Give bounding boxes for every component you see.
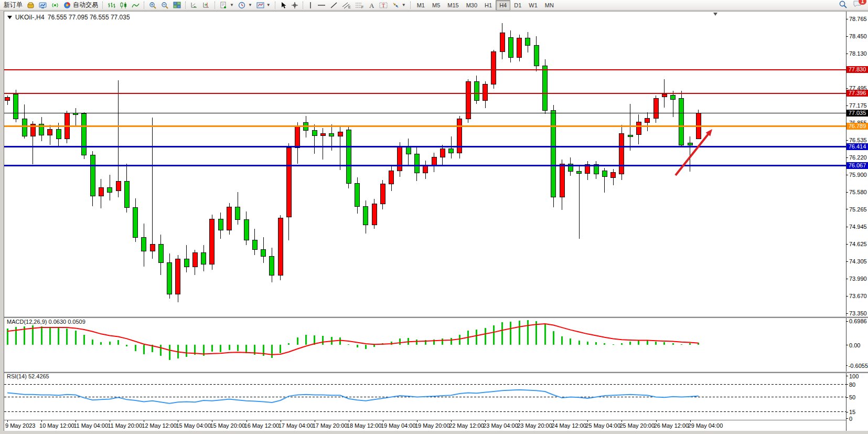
clock-icon <box>238 2 246 9</box>
fibonacci-button[interactable]: F <box>353 1 366 10</box>
macd-canvas[interactable] <box>4 318 846 371</box>
toolbar-separator <box>185 2 186 9</box>
axis-tick: 73.990 <box>846 276 868 282</box>
macd-label: MACD(12,26,9) 0.0630 0.0509 <box>7 319 85 325</box>
chat-button[interactable]: 1 <box>853 0 862 10</box>
time-axis-label: 11 May 04:00 <box>73 422 108 429</box>
svg-text:F: F <box>361 5 363 9</box>
zoom-in-button[interactable] <box>147 1 159 10</box>
time-axis-tick <box>519 420 520 422</box>
price-line-badge: 76.067 <box>846 162 868 169</box>
vertical-line-button[interactable] <box>306 1 315 10</box>
templates-button[interactable]: ▼ <box>254 1 273 10</box>
symbol-dropdown-icon[interactable] <box>7 16 12 19</box>
zoom-out-button[interactable] <box>159 1 171 10</box>
time-axis-label: 15 May 20:00 <box>210 422 245 429</box>
add-indicator-icon <box>220 2 228 9</box>
axis-tick: 15 <box>846 409 868 416</box>
tile-windows-button[interactable] <box>171 1 183 10</box>
time-axis-tick <box>656 420 657 422</box>
time-axis-tick <box>212 420 212 422</box>
timeframe-button-h4[interactable]: H4 <box>496 0 510 10</box>
text-icon: A <box>368 2 375 9</box>
equidistant-channel-icon: E <box>342 2 351 9</box>
time-axis-label: 23 May 04:00 <box>483 422 518 429</box>
toolbar-separator <box>275 2 276 9</box>
order-icon-button[interactable] <box>25 1 37 10</box>
bar-chart-button[interactable] <box>105 1 117 10</box>
autotrade-label: 自动交易 <box>73 1 98 9</box>
chat-badge: 1 <box>859 0 866 5</box>
timeframe-button-m5[interactable]: M5 <box>428 0 444 10</box>
time-axis-label: 11 May 20:00 <box>108 422 142 429</box>
market-watch-button[interactable] <box>37 1 49 10</box>
cursor-icon <box>280 2 287 9</box>
zoom-out-icon <box>161 2 169 9</box>
time-axis-tick <box>281 420 281 422</box>
search-icon[interactable] <box>839 0 848 10</box>
toolbar-right-group: 1 <box>839 0 866 10</box>
time-axis-tick <box>144 420 144 422</box>
arrows-tool-button[interactable]: ▼ <box>390 1 408 10</box>
time-axis-tick <box>690 420 691 422</box>
time-axis-label: 19 May 04:00 <box>381 422 416 429</box>
time-axis-tick <box>7 420 8 422</box>
auto-scroll-button[interactable] <box>188 1 200 10</box>
timeframe-button-mn[interactable]: MN <box>541 0 558 10</box>
periods-button[interactable]: ▼ <box>236 1 254 10</box>
time-axis-label: 26 May 12:00 <box>654 422 689 429</box>
time-axis-label: 25 May 20:00 <box>619 422 655 429</box>
time-axis-tick <box>417 420 417 422</box>
rsi-canvas[interactable] <box>4 373 846 420</box>
equidistant-channel-button[interactable]: E <box>340 1 353 10</box>
svg-text:A: A <box>369 2 374 9</box>
timeframe-button-w1[interactable]: W1 <box>525 0 541 10</box>
time-axis-label: 29 May 04:00 <box>688 422 723 429</box>
chart-shift-button[interactable] <box>200 1 212 10</box>
time-axis-label: 12 May 12:00 <box>142 422 177 429</box>
text-button[interactable]: A <box>366 1 377 10</box>
time-axis-label: 17 May 04:00 <box>278 422 314 429</box>
autotrade-button[interactable]: 自动交易 <box>61 1 100 10</box>
time-axis-tick <box>553 420 554 422</box>
chevron-down-icon: ▼ <box>266 3 271 7</box>
arrows-tool-icon <box>392 2 400 9</box>
main-chart-canvas[interactable] <box>4 12 846 316</box>
axis-tick: 74.305 <box>846 258 868 265</box>
price-line-badge: 77.035 <box>846 110 868 117</box>
templates-icon <box>256 2 264 9</box>
timeframe-button-m15[interactable]: M15 <box>444 0 462 10</box>
horizontal-line-icon <box>317 2 326 9</box>
svg-text:E: E <box>348 5 351 9</box>
trendline-button[interactable] <box>328 1 340 10</box>
pane-separator[interactable] <box>4 372 868 373</box>
time-axis-label: 9 May 2023 <box>5 422 35 429</box>
rsi-bottom-border <box>4 420 846 420</box>
price-line-badge: 76.414 <box>846 143 868 150</box>
time-axis[interactable]: 9 May 202310 May 12:0011 May 04:0011 May… <box>4 420 846 431</box>
axis-tick: 73.350 <box>846 310 868 317</box>
timeframe-button-h1[interactable]: H1 <box>481 0 496 10</box>
timeframe-button-d1[interactable]: D1 <box>510 0 525 10</box>
time-axis-tick <box>485 420 486 422</box>
timeframe-button-m30[interactable]: M30 <box>463 0 481 10</box>
horizontal-line-button[interactable] <box>315 1 328 10</box>
axis-tick: 74.945 <box>846 224 868 230</box>
candlestick-chart-button[interactable] <box>117 1 130 10</box>
line-chart-button[interactable] <box>130 1 142 10</box>
window-left-edge <box>0 11 4 434</box>
timeframe-button-m1[interactable]: M1 <box>413 0 428 10</box>
window-bottom-edge <box>0 431 868 434</box>
main-toolbar: 新订单 自动交易 ▼ ▼ ▼ E F A T ▼ M1M5M15M30H1H4D… <box>0 0 868 10</box>
time-axis-tick <box>178 420 178 422</box>
new-order-button[interactable]: 新订单 <box>2 1 25 10</box>
new-order-label: 新订单 <box>4 1 23 9</box>
cursor-button[interactable] <box>278 1 289 10</box>
pane-separator[interactable] <box>4 316 868 318</box>
crosshair-button[interactable] <box>289 1 301 10</box>
signals-button[interactable] <box>49 1 61 10</box>
add-indicator-button[interactable]: ▼ <box>218 1 236 10</box>
text-label-button[interactable]: T <box>377 1 390 10</box>
signals-icon <box>51 2 59 9</box>
axis-tick: 76.220 <box>846 154 868 161</box>
